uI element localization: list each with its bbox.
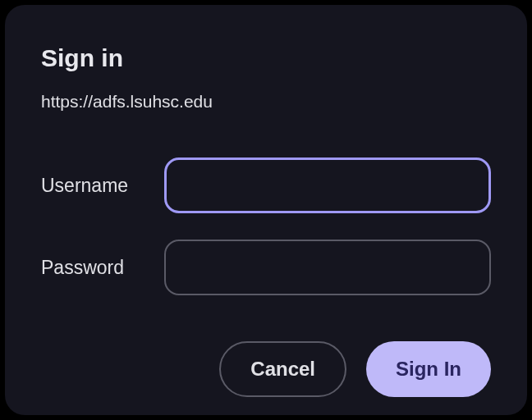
username-label: Username <box>41 175 164 197</box>
username-row: Username <box>41 158 491 213</box>
password-label: Password <box>41 257 164 279</box>
cancel-button[interactable]: Cancel <box>219 341 346 397</box>
signin-dialog: Sign in https://adfs.lsuhsc.edu Username… <box>5 5 527 415</box>
button-row: Cancel Sign In <box>41 341 491 397</box>
dialog-url: https://adfs.lsuhsc.edu <box>41 92 491 112</box>
username-input[interactable] <box>164 158 491 213</box>
dialog-title: Sign in <box>41 44 491 72</box>
signin-button[interactable]: Sign In <box>366 341 491 397</box>
password-input[interactable] <box>164 240 491 295</box>
password-row: Password <box>41 240 491 295</box>
